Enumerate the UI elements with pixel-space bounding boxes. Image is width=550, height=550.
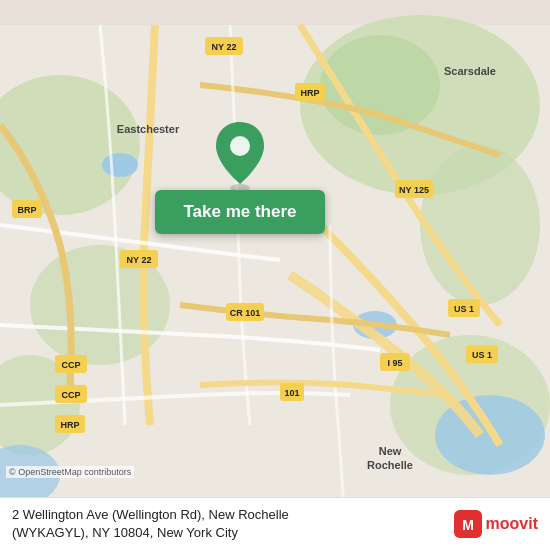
svg-text:NY 22: NY 22 (212, 42, 237, 52)
svg-text:New: New (379, 445, 402, 457)
moovit-word-label: moovit (486, 515, 538, 533)
svg-text:101: 101 (284, 388, 299, 398)
svg-point-3 (420, 145, 540, 305)
address-text: 2 Wellington Ave (Wellington Rd), New Ro… (12, 506, 444, 542)
svg-point-43 (230, 136, 250, 156)
svg-text:I 95: I 95 (387, 358, 402, 368)
svg-text:Scarsdale: Scarsdale (444, 65, 496, 77)
take-me-there-button[interactable]: Take me there (155, 190, 324, 234)
svg-text:US 1: US 1 (472, 350, 492, 360)
svg-text:CCP: CCP (61, 390, 80, 400)
take-me-there-overlay: Take me there (130, 120, 350, 234)
map-container: NY 22 NY 22 HRP BRP NY 125 CR 101 US 1 U… (0, 0, 550, 550)
svg-text:M: M (462, 516, 474, 532)
bottom-bar: 2 Wellington Ave (Wellington Rd), New Ro… (0, 497, 550, 550)
svg-text:NY 125: NY 125 (399, 185, 429, 195)
svg-text:HRP: HRP (60, 420, 79, 430)
svg-text:NY 22: NY 22 (127, 255, 152, 265)
svg-text:CR 101: CR 101 (230, 308, 261, 318)
svg-text:US 1: US 1 (454, 304, 474, 314)
osm-attribution: © OpenStreetMap contributors (6, 466, 134, 478)
svg-text:BRP: BRP (17, 205, 36, 215)
moovit-icon: M (454, 510, 482, 538)
svg-text:CCP: CCP (61, 360, 80, 370)
svg-text:HRP: HRP (300, 88, 319, 98)
location-pin-icon (210, 120, 270, 190)
svg-text:Rochelle: Rochelle (367, 459, 413, 471)
moovit-logo: M moovit (454, 510, 538, 538)
